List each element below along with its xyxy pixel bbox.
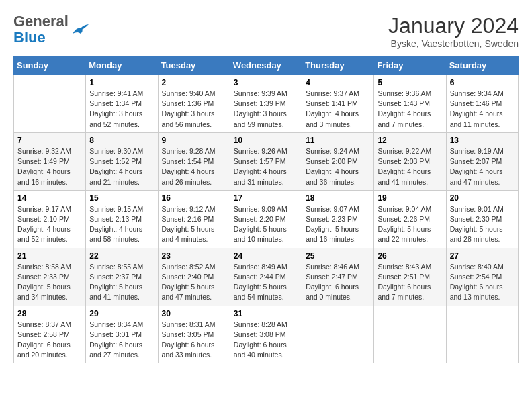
weekday-header-monday: Monday xyxy=(86,56,158,75)
day-number: 18 xyxy=(306,193,370,203)
day-number: 4 xyxy=(306,78,370,87)
day-number: 23 xyxy=(162,251,226,261)
calendar-cell xyxy=(446,306,518,363)
day-number: 1 xyxy=(89,78,154,87)
calendar-week-row: 14Sunrise: 9:17 AMSunset: 2:10 PMDayligh… xyxy=(14,190,519,248)
day-number: 20 xyxy=(450,193,515,203)
day-info: Sunrise: 9:19 AMSunset: 2:07 PMDaylight:… xyxy=(450,146,515,187)
day-info: Sunrise: 8:43 AMSunset: 2:51 PMDaylight:… xyxy=(378,262,442,303)
calendar-week-row: 28Sunrise: 8:37 AMSunset: 2:58 PMDayligh… xyxy=(14,306,519,363)
logo: General Blue xyxy=(13,13,90,46)
day-number: 13 xyxy=(450,136,515,145)
day-info: Sunrise: 9:39 AMSunset: 1:39 PMDaylight:… xyxy=(234,89,298,130)
calendar-table: SundayMondayTuesdayWednesdayThursdayFrid… xyxy=(13,56,519,363)
day-info: Sunrise: 9:24 AMSunset: 2:00 PMDaylight:… xyxy=(306,146,370,187)
calendar-cell: 9Sunrise: 9:28 AMSunset: 1:54 PMDaylight… xyxy=(158,132,230,190)
calendar-cell: 27Sunrise: 8:40 AMSunset: 2:54 PMDayligh… xyxy=(446,248,518,306)
calendar-cell: 20Sunrise: 9:01 AMSunset: 2:30 PMDayligh… xyxy=(446,190,518,248)
day-number: 24 xyxy=(234,251,298,261)
day-info: Sunrise: 8:55 AMSunset: 2:37 PMDaylight:… xyxy=(89,262,154,303)
calendar-header: SundayMondayTuesdayWednesdayThursdayFrid… xyxy=(14,56,519,75)
weekday-header-tuesday: Tuesday xyxy=(158,56,230,75)
day-number: 6 xyxy=(450,78,515,87)
location-subtitle: Byske, Vaesterbotten, Sweden xyxy=(388,38,519,49)
calendar-cell: 23Sunrise: 8:52 AMSunset: 2:40 PMDayligh… xyxy=(158,248,230,306)
day-info: Sunrise: 9:17 AMSunset: 2:10 PMDaylight:… xyxy=(17,204,82,245)
calendar-cell xyxy=(374,306,446,363)
day-info: Sunrise: 8:58 AMSunset: 2:33 PMDaylight:… xyxy=(17,262,82,303)
logo-general: General xyxy=(13,13,69,30)
day-number: 9 xyxy=(162,136,226,145)
weekday-header-sunday: Sunday xyxy=(14,56,86,75)
day-info: Sunrise: 9:01 AMSunset: 2:30 PMDaylight:… xyxy=(450,204,515,245)
calendar-cell: 11Sunrise: 9:24 AMSunset: 2:00 PMDayligh… xyxy=(302,132,374,190)
day-info: Sunrise: 9:15 AMSunset: 2:13 PMDaylight:… xyxy=(89,204,154,245)
day-number: 31 xyxy=(234,309,298,318)
calendar-week-row: 1Sunrise: 9:41 AMSunset: 1:34 PMDaylight… xyxy=(14,75,519,133)
calendar-cell: 30Sunrise: 8:31 AMSunset: 3:05 PMDayligh… xyxy=(158,306,230,363)
calendar-cell: 8Sunrise: 9:30 AMSunset: 1:52 PMDaylight… xyxy=(86,132,158,190)
day-info: Sunrise: 9:04 AMSunset: 2:26 PMDaylight:… xyxy=(378,204,442,245)
day-info: Sunrise: 9:22 AMSunset: 2:03 PMDaylight:… xyxy=(378,146,442,187)
calendar-cell: 6Sunrise: 9:34 AMSunset: 1:46 PMDaylight… xyxy=(446,75,518,133)
day-info: Sunrise: 9:30 AMSunset: 1:52 PMDaylight:… xyxy=(89,146,154,187)
day-number: 28 xyxy=(17,309,82,318)
calendar-cell: 2Sunrise: 9:40 AMSunset: 1:36 PMDaylight… xyxy=(158,75,230,133)
calendar-cell: 3Sunrise: 9:39 AMSunset: 1:39 PMDaylight… xyxy=(230,75,302,133)
day-info: Sunrise: 9:12 AMSunset: 2:16 PMDaylight:… xyxy=(162,204,226,245)
calendar-cell: 18Sunrise: 9:07 AMSunset: 2:23 PMDayligh… xyxy=(302,190,374,248)
day-info: Sunrise: 8:40 AMSunset: 2:54 PMDaylight:… xyxy=(450,262,515,303)
calendar-week-row: 21Sunrise: 8:58 AMSunset: 2:33 PMDayligh… xyxy=(14,248,519,306)
calendar-cell: 12Sunrise: 9:22 AMSunset: 2:03 PMDayligh… xyxy=(374,132,446,190)
day-info: Sunrise: 9:09 AMSunset: 2:20 PMDaylight:… xyxy=(234,204,298,245)
calendar-cell: 19Sunrise: 9:04 AMSunset: 2:26 PMDayligh… xyxy=(374,190,446,248)
day-number: 12 xyxy=(378,136,442,145)
page-header: General Blue January 2024 Byske, Vaester… xyxy=(13,13,519,49)
day-number: 10 xyxy=(234,136,298,145)
calendar-cell: 29Sunrise: 8:34 AMSunset: 3:01 PMDayligh… xyxy=(86,306,158,363)
calendar-cell: 21Sunrise: 8:58 AMSunset: 2:33 PMDayligh… xyxy=(14,248,86,306)
day-number: 22 xyxy=(89,251,154,261)
month-title: January 2024 xyxy=(388,13,519,38)
day-number: 3 xyxy=(234,78,298,87)
day-info: Sunrise: 9:26 AMSunset: 1:57 PMDaylight:… xyxy=(234,146,298,187)
day-number: 16 xyxy=(162,193,226,203)
day-number: 19 xyxy=(378,193,442,203)
calendar-week-row: 7Sunrise: 9:32 AMSunset: 1:49 PMDaylight… xyxy=(14,132,519,190)
calendar-cell: 7Sunrise: 9:32 AMSunset: 1:49 PMDaylight… xyxy=(14,132,86,190)
day-number: 17 xyxy=(234,193,298,203)
calendar-cell: 24Sunrise: 8:49 AMSunset: 2:44 PMDayligh… xyxy=(230,248,302,306)
day-number: 8 xyxy=(89,136,154,145)
day-info: Sunrise: 9:36 AMSunset: 1:43 PMDaylight:… xyxy=(378,89,442,130)
day-info: Sunrise: 9:41 AMSunset: 1:34 PMDaylight:… xyxy=(89,89,154,130)
calendar-cell: 17Sunrise: 9:09 AMSunset: 2:20 PMDayligh… xyxy=(230,190,302,248)
day-info: Sunrise: 9:28 AMSunset: 1:54 PMDaylight:… xyxy=(162,146,226,187)
day-info: Sunrise: 9:40 AMSunset: 1:36 PMDaylight:… xyxy=(162,89,226,130)
day-number: 7 xyxy=(17,136,82,145)
weekday-header-row: SundayMondayTuesdayWednesdayThursdayFrid… xyxy=(14,56,519,75)
calendar-cell: 26Sunrise: 8:43 AMSunset: 2:51 PMDayligh… xyxy=(374,248,446,306)
calendar-cell: 4Sunrise: 9:37 AMSunset: 1:41 PMDaylight… xyxy=(302,75,374,133)
day-info: Sunrise: 8:37 AMSunset: 2:58 PMDaylight:… xyxy=(17,320,82,361)
day-info: Sunrise: 8:28 AMSunset: 3:08 PMDaylight:… xyxy=(234,320,298,361)
day-number: 21 xyxy=(17,251,82,261)
day-info: Sunrise: 9:37 AMSunset: 1:41 PMDaylight:… xyxy=(306,89,370,130)
day-number: 5 xyxy=(378,78,442,87)
day-number: 30 xyxy=(162,309,226,318)
weekday-header-thursday: Thursday xyxy=(302,56,374,75)
calendar-cell: 13Sunrise: 9:19 AMSunset: 2:07 PMDayligh… xyxy=(446,132,518,190)
day-number: 15 xyxy=(89,193,154,203)
day-info: Sunrise: 8:49 AMSunset: 2:44 PMDaylight:… xyxy=(234,262,298,303)
logo-bird-icon xyxy=(71,21,90,39)
title-block: January 2024 Byske, Vaesterbotten, Swede… xyxy=(388,13,519,49)
logo-text: General Blue xyxy=(13,13,69,46)
calendar-cell: 22Sunrise: 8:55 AMSunset: 2:37 PMDayligh… xyxy=(86,248,158,306)
weekday-header-wednesday: Wednesday xyxy=(230,56,302,75)
calendar-cell: 28Sunrise: 8:37 AMSunset: 2:58 PMDayligh… xyxy=(14,306,86,363)
day-info: Sunrise: 8:52 AMSunset: 2:40 PMDaylight:… xyxy=(162,262,226,303)
day-info: Sunrise: 8:31 AMSunset: 3:05 PMDaylight:… xyxy=(162,320,226,361)
day-info: Sunrise: 8:34 AMSunset: 3:01 PMDaylight:… xyxy=(89,320,154,361)
calendar-cell: 31Sunrise: 8:28 AMSunset: 3:08 PMDayligh… xyxy=(230,306,302,363)
calendar-body: 1Sunrise: 9:41 AMSunset: 1:34 PMDaylight… xyxy=(14,75,519,363)
day-number: 25 xyxy=(306,251,370,261)
